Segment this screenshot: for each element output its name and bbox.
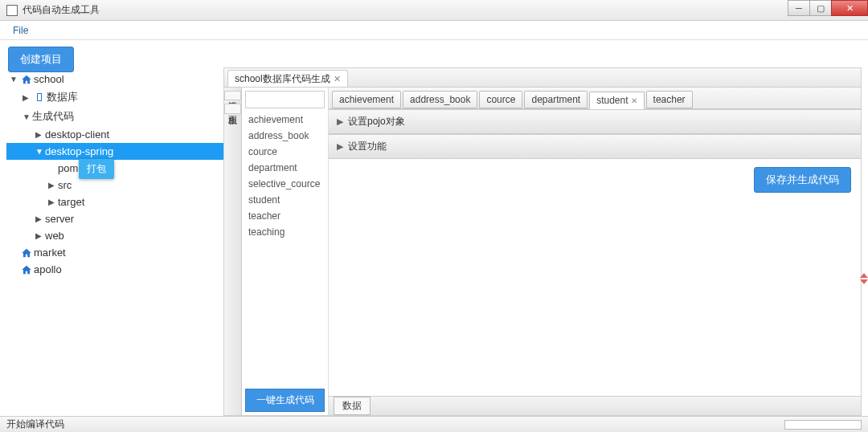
maximize-button[interactable]: ▢: [809, 0, 832, 16]
one-click-generate-button[interactable]: 一键生成代码: [245, 389, 325, 412]
statusbar: 开始编译代码: [0, 416, 868, 432]
bottom-tab-data[interactable]: 数据: [334, 397, 371, 415]
subtab-student[interactable]: student✕: [589, 92, 644, 109]
entity-filter-input[interactable]: [245, 91, 325, 108]
accordion-area: ▶ 设置pojo对象 ▶ 设置功能 保存并生成代码: [329, 109, 861, 396]
tree-label: desktop-spring: [45, 145, 113, 157]
subtab-label: student: [596, 95, 628, 106]
expand-icon: ▼: [35, 147, 45, 156]
close-button[interactable]: ✕: [831, 0, 868, 16]
subtab-label: cource: [486, 94, 515, 105]
editor-tabs: school数据库代码生成 ✕: [224, 68, 861, 88]
subtab-achievement[interactable]: achievement: [332, 91, 401, 108]
right-marker-icon: [860, 273, 868, 305]
expand-icon: ▶: [48, 198, 58, 206]
tree-label: apollo: [34, 263, 62, 275]
close-icon[interactable]: ✕: [631, 96, 637, 105]
entity-item[interactable]: selective_cource: [242, 176, 328, 192]
expand-icon: ▼: [10, 75, 19, 84]
tree-label: 生成代码: [32, 109, 74, 124]
home-icon: [19, 74, 34, 85]
close-icon[interactable]: ✕: [334, 74, 341, 84]
entity-item[interactable]: teaching: [242, 224, 328, 240]
tree-label: desktop-client: [45, 128, 109, 141]
tree-label: target: [58, 196, 84, 208]
expand-icon: ▶: [48, 181, 58, 190]
tree-label: server: [45, 213, 74, 225]
expand-icon: ▶: [35, 130, 45, 139]
tree-node-pom-xml[interactable]: pom.xml: [6, 160, 223, 177]
editor-panel: school数据库代码生成 ✕ 设置 主面板 achievement addre…: [223, 67, 862, 416]
collapse-icon: ▶: [337, 116, 343, 127]
home-icon: [19, 247, 34, 259]
editor-body: 设置 主面板 achievement address_book cource d…: [224, 88, 861, 415]
home-icon: [19, 264, 34, 275]
save-and-generate-button[interactable]: 保存并生成代码: [754, 167, 851, 193]
editor-tab-label: school数据库代码生成: [235, 72, 330, 86]
accordion-pojo[interactable]: ▶ 设置pojo对象: [329, 109, 861, 134]
tree-label: 数据库: [47, 90, 78, 104]
app-icon: [6, 5, 18, 16]
expand-icon: ▶: [35, 214, 45, 223]
tree-label: src: [58, 179, 72, 191]
status-text: 开始编译代码: [6, 418, 64, 431]
save-row: 保存并生成代码: [329, 159, 861, 201]
subtab-label: department: [531, 94, 580, 105]
window-titlebar: 代码自动生成工具 ─ ▢ ✕: [0, 0, 868, 21]
main-area: ▼ school ▶ 数据库 ▼ 生成代码 ▶ desktop-client ▼…: [6, 67, 862, 416]
expand-icon: ▶: [23, 93, 32, 102]
window-controls: ─ ▢ ✕: [788, 0, 868, 16]
menu-file[interactable]: File: [6, 23, 35, 38]
tree-label: web: [45, 230, 64, 242]
subtab-cource[interactable]: cource: [479, 91, 522, 108]
tree-node-apollo[interactable]: apollo: [6, 261, 223, 278]
project-tree[interactable]: ▼ school ▶ 数据库 ▼ 生成代码 ▶ desktop-client ▼…: [6, 67, 223, 416]
tree-node-school[interactable]: ▼ school: [6, 71, 223, 88]
tree-node-src[interactable]: ▶ src: [6, 177, 223, 194]
vertical-tabs: 设置 主面板: [224, 88, 242, 415]
subtab-teacher[interactable]: teacher: [646, 91, 693, 108]
svg-rect-0: [38, 94, 42, 101]
side-tab-settings[interactable]: 设置: [224, 91, 241, 100]
tree-node-desktop-spring[interactable]: ▼ desktop-spring: [6, 143, 223, 160]
entity-list[interactable]: achievement address_book cource departme…: [242, 112, 328, 385]
expand-icon: ▼: [23, 112, 32, 121]
expand-icon: ▶: [35, 231, 45, 240]
entity-item[interactable]: cource: [242, 144, 328, 160]
minimize-button[interactable]: ─: [788, 0, 810, 16]
window-title: 代码自动生成工具: [23, 3, 100, 17]
tree-node-database[interactable]: ▶ 数据库: [6, 88, 223, 107]
subtab-label: teacher: [653, 94, 686, 105]
bottom-tabs: 数据: [329, 396, 861, 415]
tree-label: market: [34, 247, 66, 259]
accordion-func[interactable]: ▶ 设置功能: [329, 134, 861, 159]
entity-subtabs: achievement address_book cource departme…: [329, 88, 861, 109]
accordion-label: 设置功能: [348, 140, 387, 153]
side-tab-main-panel[interactable]: 主面板: [224, 104, 241, 114]
menubar: File: [0, 21, 868, 40]
tree-node-web[interactable]: ▶ web: [6, 227, 223, 244]
entity-column: achievement address_book cource departme…: [242, 88, 329, 415]
entity-item[interactable]: student: [242, 192, 328, 208]
entity-item[interactable]: address_book: [242, 128, 328, 144]
collapse-icon: ▶: [337, 141, 343, 152]
tree-label: school: [34, 73, 64, 85]
progress-bar: [784, 420, 862, 430]
subtab-label: achievement: [339, 94, 394, 105]
entity-item[interactable]: department: [242, 160, 328, 176]
tree-node-gen-code[interactable]: ▼ 生成代码: [6, 107, 223, 126]
accordion-label: 设置pojo对象: [348, 115, 405, 128]
tree-node-market[interactable]: market: [6, 244, 223, 261]
database-icon: [32, 92, 47, 102]
editor-tab-school-gen[interactable]: school数据库代码生成 ✕: [227, 70, 348, 87]
entity-item[interactable]: teacher: [242, 208, 328, 224]
entity-item[interactable]: achievement: [242, 112, 328, 128]
subtab-label: address_book: [410, 94, 470, 105]
tree-node-server[interactable]: ▶ server: [6, 210, 223, 227]
tree-node-target[interactable]: ▶ target: [6, 194, 223, 210]
subtab-department[interactable]: department: [524, 91, 588, 108]
config-column: achievement address_book cource departme…: [329, 88, 861, 415]
context-menu-pack[interactable]: 打包: [79, 159, 114, 179]
tree-node-desktop-client[interactable]: ▶ desktop-client: [6, 126, 223, 143]
subtab-address-book[interactable]: address_book: [403, 91, 477, 108]
